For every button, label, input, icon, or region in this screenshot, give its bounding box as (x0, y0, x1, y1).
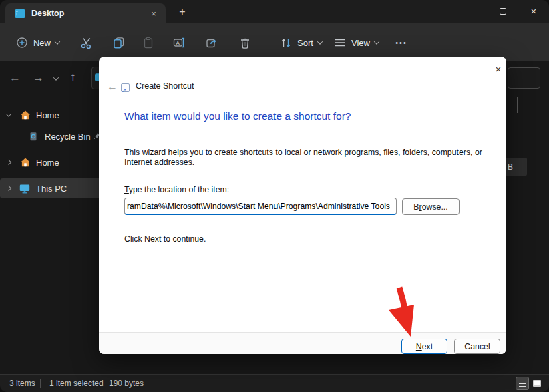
chevron-down-icon (6, 111, 11, 116)
view-button[interactable]: View (329, 31, 383, 55)
chevron-down-icon (317, 39, 323, 44)
description-line1: This wizard helps you to create shortcut… (124, 148, 502, 158)
this-pc-icon (19, 182, 31, 194)
explorer-window: Desktop × + × New A (0, 0, 549, 392)
dialog-back-button[interactable]: ← (107, 81, 118, 93)
status-divider (40, 379, 41, 388)
maximize-icon (500, 8, 506, 15)
cut-icon (80, 36, 94, 49)
sidebar-item-this-pc[interactable]: This PC (0, 178, 102, 198)
dialog-hint: Click Next to continue. (124, 234, 206, 244)
rename-button[interactable]: A (167, 31, 191, 55)
sidebar-item-home[interactable]: Home (0, 105, 102, 125)
new-tab-button[interactable]: + (174, 4, 191, 20)
desktop-icon (15, 9, 25, 18)
sort-button[interactable]: Sort (274, 31, 327, 55)
details-view-toggle[interactable] (516, 377, 529, 390)
item-count: 3 items (9, 379, 35, 388)
dialog-description: This wizard helps you to create shortcut… (124, 148, 502, 168)
share-button[interactable] (200, 31, 224, 55)
tab-close-button[interactable]: × (147, 7, 160, 19)
label-text: ype the location of the item: (129, 185, 229, 194)
cancel-button[interactable]: Cancel (454, 339, 500, 354)
chevron-down-icon (374, 39, 379, 44)
share-icon (205, 36, 218, 49)
tab-desktop[interactable]: Desktop × (5, 3, 166, 23)
title-bar: Desktop × + × (0, 0, 549, 23)
browse-label-rest: owse... (422, 202, 448, 212)
file-size-fragment-text: B (508, 162, 513, 172)
create-shortcut-dialog: × ← ↗ Create Shortcut What item would yo… (99, 57, 506, 354)
forward-nav-button[interactable]: → (33, 71, 44, 85)
mnemonic: N (416, 342, 422, 351)
location-input[interactable] (124, 198, 397, 215)
recent-locations-chevron[interactable] (53, 75, 59, 80)
next-button[interactable]: Next (401, 339, 447, 354)
delete-icon (238, 36, 252, 49)
more-ellipsis-icon: ••• (395, 39, 407, 47)
toolbar-divider (264, 33, 264, 53)
dialog-close-button[interactable]: × (490, 61, 506, 77)
chevron-down-icon (55, 39, 60, 44)
command-toolbar: New A Sort View (0, 23, 549, 61)
toolbar-divider (69, 33, 69, 53)
minimize-button[interactable] (457, 0, 488, 22)
sidebar-item-home-2[interactable]: Home (0, 152, 102, 172)
search-box-fragment[interactable] (508, 67, 540, 89)
paste-icon (142, 36, 155, 49)
new-plus-icon (15, 36, 29, 49)
tab-title: Desktop (31, 9, 64, 18)
shortcut-arrow-glyph: ↗ (122, 87, 127, 93)
back-nav-button[interactable]: ← (9, 71, 21, 85)
close-button[interactable]: × (518, 0, 549, 22)
delete-button[interactable] (233, 31, 257, 55)
large-icons-view-icon (533, 380, 541, 387)
new-button-label: New (33, 38, 51, 48)
selection-size: 190 bytes (109, 379, 144, 388)
dialog-heading: What item would you like to create a sho… (124, 110, 351, 122)
view-lines-icon (333, 36, 347, 49)
location-label: Type the location of the item: (124, 185, 229, 195)
maximize-button[interactable] (488, 0, 518, 22)
scrollbar-fragment[interactable] (517, 97, 518, 113)
view-button-label: View (351, 38, 370, 48)
cut-button[interactable] (75, 31, 99, 55)
sort-arrows-icon (279, 36, 293, 49)
sidebar-item-label: Home (36, 110, 59, 120)
minimize-icon (469, 11, 476, 11)
sidebar-item-label: This PC (36, 184, 67, 194)
browse-label-pre: B (413, 202, 419, 212)
up-nav-button[interactable]: ↑ (70, 71, 76, 84)
selection-status: 1 item selected (49, 379, 104, 388)
browse-button[interactable]: Browse... (402, 198, 460, 215)
chevron-right-icon (6, 186, 11, 191)
next-label-rest: ext (422, 342, 433, 351)
mnemonic: T (124, 185, 129, 194)
description-line2: Internet addresses. (124, 158, 502, 168)
shortcut-icon: ↗ (121, 83, 130, 92)
dialog-footer: Next Cancel (99, 332, 506, 354)
home-icon (19, 156, 31, 168)
status-divider (148, 379, 148, 388)
toolbar-divider (385, 33, 385, 53)
recycle-bin-icon (27, 130, 39, 142)
sidebar-item-label: Home (36, 158, 59, 168)
status-bar: 3 items 1 item selected 190 bytes (0, 374, 549, 392)
details-view-icon (519, 381, 526, 387)
sidebar-item-recycle-bin[interactable]: Recycle Bin (0, 126, 102, 146)
chevron-right-icon (6, 160, 11, 165)
dialog-title: Create Shortcut (136, 81, 194, 91)
copy-button[interactable] (107, 31, 131, 55)
sidebar-item-label: Recycle Bin (45, 132, 91, 142)
large-icons-view-toggle[interactable] (530, 377, 544, 390)
copy-icon (112, 36, 126, 49)
svg-text:A: A (176, 40, 180, 46)
rename-icon: A (172, 36, 186, 49)
new-button[interactable]: New (9, 31, 65, 55)
paste-button[interactable] (136, 31, 160, 55)
sort-button-label: Sort (297, 38, 313, 48)
home-icon (19, 109, 31, 121)
see-more-button[interactable]: ••• (391, 31, 412, 55)
